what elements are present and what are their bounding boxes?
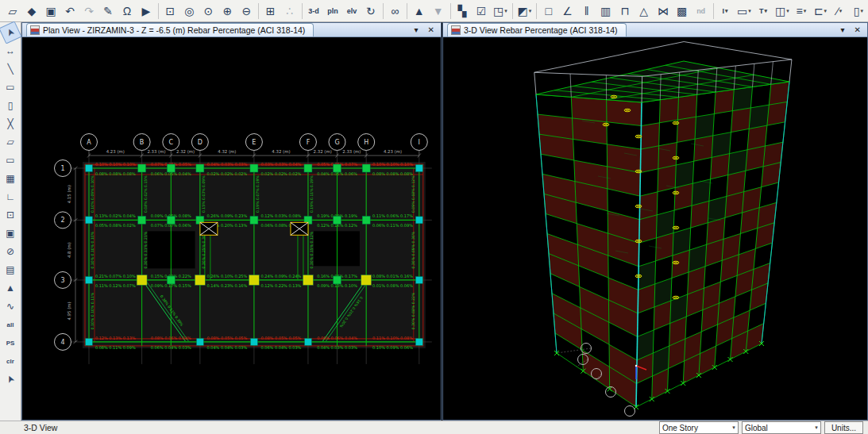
previous-zoom-button[interactable]: ⊙: [199, 2, 218, 20]
save-button[interactable]: ▣: [41, 2, 60, 20]
chevron-down-icon: ▾: [732, 424, 735, 431]
draw-grid-tool[interactable]: ▤: [2, 261, 19, 278]
select-window-tool[interactable]: ⊡: [2, 206, 19, 224]
svg-text:0.05% 0.08% 0.02%: 0.05% 0.08% 0.02%: [95, 223, 136, 228]
draw-columns-button[interactable]: ‖: [577, 2, 596, 20]
draw-image-button[interactable]: ▩: [673, 2, 692, 20]
svg-text:0.30% 0.15% 0.12%: 0.30% 0.15% 0.12%: [310, 231, 314, 268]
move-up-in-list-button[interactable]: ▲: [410, 2, 429, 20]
draw-null-line-tool[interactable]: ⊘: [2, 243, 19, 260]
section-wall-button[interactable]: ▯▾: [849, 2, 868, 20]
rotate-3d-view-button[interactable]: ↻: [361, 2, 380, 20]
svg-text:1: 1: [60, 165, 64, 172]
chevron-down-icon: ▾: [504, 8, 507, 14]
clear-selection-button[interactable]: clr: [2, 352, 19, 370]
snap-points-button[interactable]: ∴: [280, 2, 299, 20]
set-display-options-button[interactable]: ∞: [385, 2, 404, 20]
view3d-window-title: 3-D View Rebar Percentage (ACI 318-14): [464, 25, 618, 35]
draw-frame-button[interactable]: ⊓: [615, 2, 635, 20]
chevron-down-icon: ▾: [529, 8, 532, 14]
svg-text:0.15% 0.03% 0.09%: 0.15% 0.03% 0.09%: [202, 175, 206, 213]
object-view-options-button[interactable]: ◳▾: [491, 2, 510, 20]
view3d-window-close-icon[interactable]: ✕: [854, 25, 861, 34]
section-box-button[interactable]: ◫▾: [773, 2, 792, 20]
lock-model-button[interactable]: Ω: [118, 2, 137, 20]
get-previous-selection-button[interactable]: ➤: [0, 367, 22, 390]
plan-window-dropdown-icon[interactable]: ▾: [415, 25, 419, 34]
draw-line-tool[interactable]: ╲: [2, 60, 19, 78]
draw-frame-region-tool[interactable]: ▭: [2, 79, 19, 96]
svg-text:C: C: [169, 139, 174, 146]
chevron-down-icon: ▾: [764, 8, 767, 14]
reshape-object-tool[interactable]: ↔: [2, 42, 19, 60]
run-analysis-button[interactable]: ▶: [137, 2, 156, 20]
select-previous-selection-button[interactable]: PS: [2, 334, 19, 351]
chevron-down-icon: ▾: [815, 424, 818, 431]
chevron-down-icon: ▾: [786, 8, 789, 14]
undo-button[interactable]: ↶: [60, 2, 79, 20]
draw-column-tool[interactable]: ▯: [2, 97, 19, 114]
chevron-down-icon: ▾: [725, 8, 728, 14]
rubber-band-zoom-button[interactable]: ⊡: [160, 2, 179, 20]
draw-walls-button[interactable]: ▥: [596, 2, 615, 20]
view-3d-button[interactable]: 3-d: [304, 2, 323, 20]
assign-pattern-button[interactable]: ▚: [453, 2, 472, 20]
main-toolbar: ▱◆▣↶↷✎Ω▶⊡◎⊙⊕⊖⊞∴3-dplnelv↻∞▲▼▚☑◳▾◩▾□∠‖▥⊓△…: [0, 0, 868, 22]
section-channel-button[interactable]: ⊏▾: [811, 2, 830, 20]
extruded-view-button[interactable]: ◩▾: [515, 2, 534, 20]
new-model-button[interactable]: ▱: [3, 2, 22, 20]
restore-full-view-button[interactable]: ◎: [179, 2, 199, 20]
section-tee-button[interactable]: T▾: [754, 2, 773, 20]
move-down-in-list-button[interactable]: ▼: [429, 2, 448, 20]
draw-links-button[interactable]: ⋈: [654, 2, 673, 20]
draw-floor-region-tool[interactable]: ▦: [2, 170, 19, 187]
view3d-window-dropdown-icon[interactable]: ▾: [841, 25, 845, 34]
redo-button[interactable]: ↷: [79, 2, 98, 20]
view3d-window-tab[interactable]: 3-D View Rebar Percentage (ACI 318-14): [447, 23, 627, 36]
frame-section-i-button[interactable]: I▾: [716, 2, 735, 20]
app-window: ▱◆▣↶↷✎Ω▶⊡◎⊙⊕⊖⊞∴3-dplnelv↻∞▲▼▚☑◳▾◩▾□∠‖▥⊓△…: [0, 0, 868, 434]
draw-ramp-tool[interactable]: ▲: [2, 279, 19, 297]
view-plan-button[interactable]: pln: [323, 2, 342, 20]
pan-button[interactable]: ⊞: [261, 2, 280, 20]
draw-wall-corner-tool[interactable]: ∟: [2, 188, 19, 205]
zoom-in-button[interactable]: ⊕: [218, 2, 237, 20]
units-button[interactable]: Units...: [824, 421, 863, 434]
plan-window-close-icon[interactable]: ✕: [428, 25, 434, 34]
side-toolbar: ➤↔╲▭▯╳▱▭▦∟⊡▣⊘▤▲∿allPSclr➤: [0, 22, 21, 421]
draw-angle-button[interactable]: ∠: [558, 2, 577, 20]
draw-reference-point-button[interactable]: △: [635, 2, 654, 20]
story-selector[interactable]: One Story ▾: [659, 421, 739, 434]
draw-floor-tool[interactable]: ▱: [2, 133, 19, 151]
draw-rectangle-button[interactable]: □: [539, 2, 558, 20]
draw-spline-tool[interactable]: ∿: [2, 298, 19, 315]
section-slope-button[interactable]: ∕▾: [830, 2, 849, 20]
svg-text:B: B: [140, 139, 145, 146]
select-all-button[interactable]: all: [2, 316, 19, 333]
plan-window-icon: [30, 25, 40, 35]
svg-text:H: H: [364, 139, 368, 146]
draw-wall-tool[interactable]: ▭: [2, 152, 19, 169]
draw-brace-tool[interactable]: ╳: [2, 115, 19, 133]
view3d-titlebar-spacer: [627, 23, 841, 36]
view-3d-canvas[interactable]: [443, 37, 867, 420]
open-file-button[interactable]: ◆: [22, 2, 41, 20]
section-rectangle-button[interactable]: ▭▾: [735, 2, 754, 20]
select-pointer-tool[interactable]: ➤: [0, 21, 22, 44]
plan-view-canvas[interactable]: 0.30% 0.11% 0.30%0.16% 0.20% 0.20%4.23 (…: [22, 37, 441, 420]
zoom-out-button[interactable]: ⊖: [237, 2, 256, 20]
svg-text:G: G: [334, 139, 339, 146]
draw-pen-button[interactable]: ✎: [98, 2, 118, 20]
plan-window-tab[interactable]: Plan View - ZIRZAMIN-3 - Z = -6.5 (m) Re…: [26, 23, 314, 36]
coordinate-system-selector[interactable]: Global ▾: [742, 421, 821, 434]
view-elevation-button[interactable]: elv: [342, 2, 361, 20]
draw-slab-tool[interactable]: ▣: [2, 225, 19, 242]
nd-label[interactable]: nd: [692, 2, 711, 20]
svg-text:0.11% 0.12% 0.07%: 0.11% 0.12% 0.07%: [95, 283, 136, 288]
svg-text:0.11% 0.06% 0.17%: 0.11% 0.06% 0.17%: [372, 213, 413, 218]
check-model-button[interactable]: ☑: [472, 2, 491, 20]
chevron-down-icon: ▾: [839, 8, 843, 14]
svg-text:0.02% 0.02% 0.02%: 0.02% 0.02% 0.02%: [206, 171, 247, 176]
svg-text:0.09% 0.08% 0.12%: 0.09% 0.08% 0.12%: [411, 175, 415, 213]
section-rebar-button[interactable]: ≡▾: [792, 2, 811, 20]
